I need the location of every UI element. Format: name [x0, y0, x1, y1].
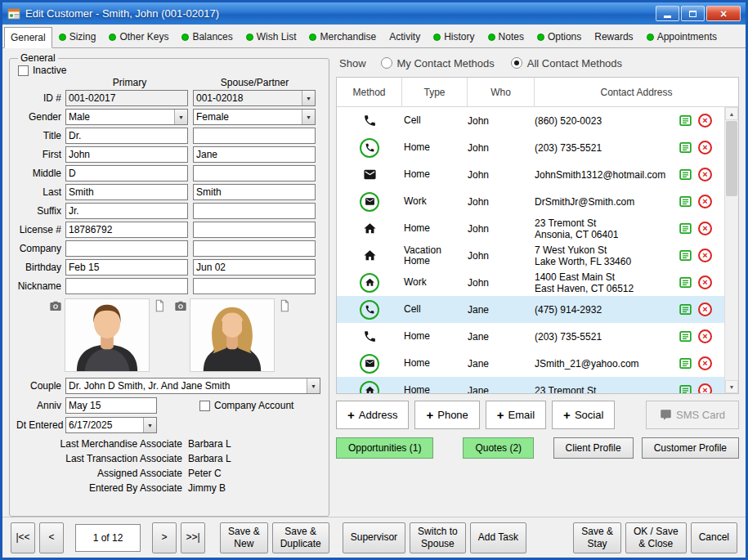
radio-my-contact-methods[interactable]: My Contact Methods [381, 57, 495, 69]
title-primary-input[interactable] [65, 128, 188, 144]
delete-contact-icon[interactable]: × [698, 383, 712, 393]
tab-general[interactable]: General [4, 27, 52, 48]
tab-activity[interactable]: Activity [383, 27, 427, 47]
tab-sizing[interactable]: Sizing [52, 27, 103, 47]
scroll-thumb[interactable] [726, 121, 737, 196]
nickname-spouse-input[interactable] [193, 278, 316, 294]
contact-row[interactable]: HomeJaneJSmith_21@yahoo.com× [337, 350, 724, 377]
delete-contact-icon[interactable]: × [698, 249, 712, 262]
tab-other-keys[interactable]: Other Keys [102, 27, 175, 47]
delete-contact-icon[interactable]: × [698, 195, 712, 208]
ok-save-close-button[interactable]: OK / Save & Close [625, 522, 687, 553]
company-account-checkbox[interactable] [199, 401, 210, 411]
delete-contact-icon[interactable]: × [698, 114, 712, 128]
company-spouse-input[interactable] [193, 240, 316, 257]
middle-spouse-input[interactable] [193, 165, 316, 181]
delete-contact-icon[interactable]: × [698, 141, 712, 155]
nav-next-button[interactable]: > [152, 522, 177, 553]
add-address-button[interactable]: +Address [336, 401, 409, 429]
suffix-primary-input[interactable] [65, 203, 188, 219]
tab-notes[interactable]: Notes [481, 27, 531, 47]
delete-contact-icon[interactable]: × [698, 222, 712, 235]
export-contact-icon[interactable] [679, 276, 692, 289]
company-primary-input[interactable] [65, 240, 188, 257]
contact-row[interactable]: HomeJohn23 Tremont St Ansonia, CT 06401× [337, 215, 724, 242]
export-contact-icon[interactable] [679, 141, 692, 155]
id-spouse-combo[interactable]: 001-02018▼ [193, 90, 316, 106]
birthday-primary-input[interactable] [65, 259, 188, 276]
switch-to-spouse-button[interactable]: Switch to Spouse [410, 522, 466, 553]
export-contact-icon[interactable] [679, 356, 692, 370]
license-spouse-input[interactable] [193, 222, 316, 238]
cancel-button[interactable]: Cancel [691, 522, 737, 553]
delete-contact-icon[interactable]: × [698, 356, 712, 370]
delete-contact-icon[interactable]: × [698, 168, 712, 181]
scrollbar[interactable]: ▲ ▼ [724, 107, 738, 393]
quotes-button[interactable]: Quotes (2) [463, 437, 534, 459]
contact-row[interactable]: HomeJohnJohnSmith1312@hotmail.com× [337, 161, 724, 188]
anniv-input[interactable] [65, 397, 157, 414]
gender-spouse-combo[interactable]: Female▼ [193, 109, 316, 125]
copy-photo-icon[interactable] [152, 299, 165, 312]
nickname-primary-input[interactable] [65, 278, 188, 294]
supervisor-button[interactable]: Supervisor [343, 522, 405, 553]
dt-entered-picker[interactable]: 6/17/2025 ▼ [65, 417, 157, 433]
add-task-button[interactable]: Add Task [470, 522, 526, 553]
delete-contact-icon[interactable]: × [698, 276, 712, 289]
export-contact-icon[interactable] [679, 302, 692, 316]
delete-contact-icon[interactable]: × [698, 302, 712, 316]
minimize-button[interactable] [656, 6, 679, 21]
tab-wish-list[interactable]: Wish List [240, 27, 303, 47]
delete-contact-icon[interactable]: × [698, 329, 712, 343]
tab-balances[interactable]: Balances [175, 27, 239, 47]
id-primary-input[interactable] [65, 90, 188, 106]
suffix-spouse-input[interactable] [193, 203, 316, 219]
add-social-button[interactable]: +Social [552, 401, 615, 429]
nav-first-button[interactable]: |<< [11, 522, 35, 553]
save-new-button[interactable]: Save & New [220, 522, 268, 553]
export-contact-icon[interactable] [679, 195, 692, 208]
record-position[interactable]: 1 of 12 [75, 524, 141, 552]
tab-merchandise[interactable]: Merchandise [302, 27, 383, 47]
license-primary-input[interactable] [65, 222, 188, 238]
add-phone-button[interactable]: +Phone [414, 401, 479, 429]
tab-appointments[interactable]: Appointments [640, 27, 723, 47]
inactive-checkbox[interactable] [18, 65, 29, 76]
scroll-down-icon[interactable]: ▼ [725, 380, 738, 393]
contact-row[interactable]: HomeJohn(203) 735-5521× [337, 134, 724, 161]
first-spouse-input[interactable] [193, 146, 316, 163]
contact-row[interactable]: WorkJohn1400 East Main St East Haven, CT… [337, 269, 724, 296]
camera-icon[interactable] [174, 299, 187, 312]
nav-last-button[interactable]: >>| [181, 522, 205, 553]
contact-row[interactable]: HomeJane(203) 735-5521× [337, 323, 724, 350]
contact-row[interactable]: WorkJohnDrSmithJr@Smith.com× [337, 188, 724, 215]
export-contact-icon[interactable] [679, 249, 692, 262]
spouse-photo[interactable] [190, 298, 275, 372]
scroll-up-icon[interactable]: ▲ [725, 107, 738, 120]
tab-history[interactable]: History [427, 27, 481, 47]
last-spouse-input[interactable] [193, 184, 316, 200]
opportunities-button[interactable]: Opportunities (1) [336, 437, 433, 459]
title-spouse-input[interactable] [193, 128, 316, 144]
save-duplicate-button[interactable]: Save & Duplicate [272, 522, 329, 553]
nav-previous-button[interactable]: < [39, 522, 64, 553]
camera-icon[interactable] [49, 299, 62, 312]
customer-profile-button[interactable]: Customer Profile [642, 437, 739, 459]
restore-button[interactable] [681, 6, 705, 21]
scroll-track[interactable] [725, 120, 738, 380]
contact-row[interactable]: HomeJane23 Tremont St× [337, 377, 724, 393]
save-stay-button[interactable]: Save & Stay [573, 522, 621, 553]
export-contact-icon[interactable] [679, 168, 692, 181]
copy-photo-icon[interactable] [277, 299, 290, 312]
contact-row[interactable]: CellJane(475) 914-2932× [337, 296, 724, 323]
first-primary-input[interactable] [65, 146, 188, 163]
add-email-button[interactable]: +Email [486, 401, 546, 429]
contact-row[interactable]: CellJohn(860) 520-0023× [337, 107, 724, 134]
last-primary-input[interactable] [65, 184, 188, 200]
export-contact-icon[interactable] [679, 222, 692, 235]
tab-rewards[interactable]: Rewards [588, 27, 639, 47]
primary-photo[interactable] [65, 298, 150, 372]
export-contact-icon[interactable] [679, 114, 692, 128]
couple-combo[interactable]: Dr. John D Smith, Jr. And Jane Smith ▼ [65, 378, 320, 394]
tab-options[interactable]: Options [531, 27, 588, 47]
